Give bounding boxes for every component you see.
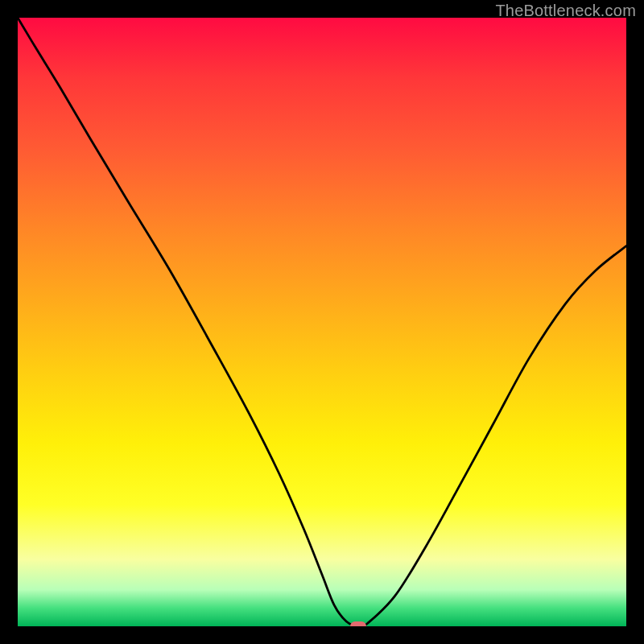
- chart-stage: TheBottleneck.com: [0, 0, 644, 644]
- minimum-marker: [350, 621, 366, 626]
- plot-area: [18, 18, 626, 626]
- bottleneck-curve: [18, 18, 626, 626]
